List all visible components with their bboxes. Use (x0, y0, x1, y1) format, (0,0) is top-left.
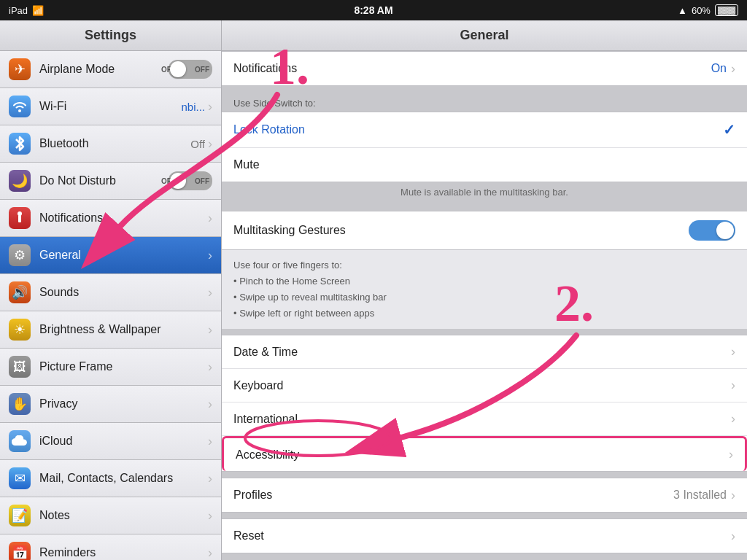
side-switch-section: Use Side Switch to: Lock Rotation ✓ Mute… (222, 92, 747, 205)
notifications-chevron: › (208, 211, 212, 226)
lock-rotation-label: Lock Rotation (233, 123, 723, 136)
sidebar-item-privacy[interactable]: ✋ Privacy › (0, 386, 221, 423)
donotdisturb-toggle[interactable]: OFF (169, 171, 212, 190)
pictureframe-chevron: › (208, 359, 212, 375)
wifi-value: nbi... (181, 101, 205, 113)
pictureframe-label: Picture Frame (39, 360, 208, 373)
date-time-label: Date & Time (233, 346, 731, 359)
general-chevron: › (208, 248, 212, 263)
sidebar-item-bluetooth[interactable]: Bluetooth Off › (0, 125, 221, 163)
notifications-row[interactable]: Notifications On › (222, 52, 747, 85)
status-bar: iPad 📶 8:28 AM ▲ 60% ▓▓▓ (0, 0, 747, 20)
wifi-icon (9, 96, 31, 117)
airplane-icon: ✈ (9, 58, 31, 80)
status-time: 8:28 AM (354, 4, 392, 16)
privacy-icon: ✋ (9, 393, 31, 415)
multitasking-gestures-row[interactable]: Multitasking Gestures (222, 211, 747, 249)
nav-section: Date & Time › Keyboard › International ›… (222, 335, 747, 472)
notifications-row-chevron: › (731, 61, 735, 77)
profiles-section: Profiles 3 Installed › (222, 478, 747, 513)
device-label: iPad (9, 5, 28, 16)
multitasking-gestures-label: Multitasking Gestures (233, 224, 689, 237)
reset-section: Reset › (222, 518, 747, 553)
gestures-desc2: • Pinch to the Home Screen (233, 273, 735, 289)
mail-chevron: › (208, 471, 212, 486)
mute-note: Mute is available in the multitasking ba… (222, 182, 747, 205)
gestures-desc3: • Swipe up to reveal multitasking bar (233, 289, 735, 306)
airplane-toggle[interactable]: OFF (169, 60, 212, 79)
signal-icon: ▲ (678, 5, 687, 16)
airplane-label: Airplane Mode (39, 63, 169, 76)
mail-label: Mail, Contacts, Calendars (39, 472, 208, 485)
mail-icon: ✉ (9, 467, 31, 489)
notifications-section: Notifications On › (222, 51, 747, 86)
status-left: iPad 📶 (9, 5, 44, 16)
sidebar-item-sounds[interactable]: 🔊 Sounds › (0, 274, 221, 311)
multitasking-toggle[interactable] (689, 220, 735, 241)
notifications-row-label: Notifications (233, 62, 711, 75)
profiles-value: 3 Installed (673, 489, 727, 502)
international-chevron: › (731, 411, 735, 427)
profiles-row[interactable]: Profiles 3 Installed › (222, 478, 747, 512)
reminders-icon: 📅 (9, 542, 31, 560)
sidebar-item-brightness[interactable]: ☀ Brightness & Wallpaper › (0, 311, 221, 349)
keyboard-row[interactable]: Keyboard › (222, 369, 747, 402)
bluetooth-icon (9, 133, 31, 155)
reminders-chevron: › (208, 545, 212, 561)
sidebar-item-notifications[interactable]: Notifications › (0, 200, 221, 237)
lock-rotation-row[interactable]: Lock Rotation ✓ (222, 112, 747, 148)
sidebar-item-reminders[interactable]: 📅 Reminders › (0, 534, 221, 560)
reset-chevron: › (731, 529, 735, 544)
notes-chevron: › (208, 508, 212, 524)
international-row[interactable]: International › (222, 402, 747, 436)
sidebar-item-general[interactable]: ⚙ General › (0, 237, 221, 274)
notifications-row-value: On (711, 62, 727, 75)
date-time-chevron: › (731, 344, 735, 359)
notifications-label: Notifications (39, 211, 208, 225)
multitasking-section: Multitasking Gestures Use four or five f… (222, 211, 747, 329)
notes-icon: 📝 (9, 505, 31, 526)
sidebar-item-airplane[interactable]: ✈ Airplane Mode OFF (0, 51, 221, 88)
reset-row[interactable]: Reset › (222, 519, 747, 553)
svg-rect-1 (18, 215, 21, 222)
icloud-icon (9, 430, 31, 452)
sounds-label: Sounds (39, 286, 208, 299)
accessibility-chevron: › (729, 447, 733, 462)
keyboard-label: Keyboard (233, 379, 731, 392)
bluetooth-value: Off (190, 138, 205, 150)
date-time-row[interactable]: Date & Time › (222, 335, 747, 369)
sidebar-item-donotdisturb[interactable]: 🌙 Do Not Disturb OFF (0, 163, 221, 200)
sidebar-item-notes[interactable]: 📝 Notes › (0, 497, 221, 534)
brightness-icon: ☀ (9, 319, 31, 341)
accessibility-row[interactable]: Accessibility › (222, 436, 747, 471)
mute-label: Mute (233, 158, 735, 171)
donotdisturb-icon: 🌙 (9, 170, 31, 192)
sidebar-item-mail[interactable]: ✉ Mail, Contacts, Calendars › (0, 460, 221, 497)
reset-label: Reset (233, 529, 731, 542)
sidebar-item-pictureframe[interactable]: 🖼 Picture Frame › (0, 349, 221, 386)
general-icon: ⚙ (9, 244, 31, 266)
keyboard-chevron: › (731, 378, 735, 393)
sounds-chevron: › (208, 285, 212, 300)
battery-label: 60% (692, 5, 711, 16)
bluetooth-label: Bluetooth (39, 137, 190, 150)
accessibility-label: Accessibility (236, 448, 729, 462)
donotdisturb-label: Do Not Disturb (39, 174, 169, 187)
sidebar: Settings ✈ Airplane Mode OFF Wi-Fi nbi..… (0, 20, 222, 560)
mute-row[interactable]: Mute (222, 148, 747, 182)
content-title: General (222, 20, 747, 51)
status-right: ▲ 60% ▓▓▓ (678, 4, 738, 16)
gestures-description: Use four or five fingers to: • Pinch to … (222, 250, 747, 329)
sidebar-item-wifi[interactable]: Wi-Fi nbi... › (0, 88, 221, 125)
sidebar-item-icloud[interactable]: iCloud › (0, 423, 221, 460)
profiles-chevron: › (731, 488, 735, 503)
wifi-status-icon: 📶 (32, 5, 44, 16)
wifi-chevron: › (208, 99, 212, 114)
notes-label: Notes (39, 509, 208, 522)
gestures-desc1: Use four or five fingers to: (233, 257, 735, 273)
bluetooth-chevron: › (208, 136, 212, 152)
sidebar-title: Settings (0, 20, 221, 51)
brightness-label: Brightness & Wallpaper (39, 323, 208, 336)
reminders-label: Reminders (39, 546, 208, 559)
side-switch-label: Use Side Switch to: (222, 92, 747, 112)
